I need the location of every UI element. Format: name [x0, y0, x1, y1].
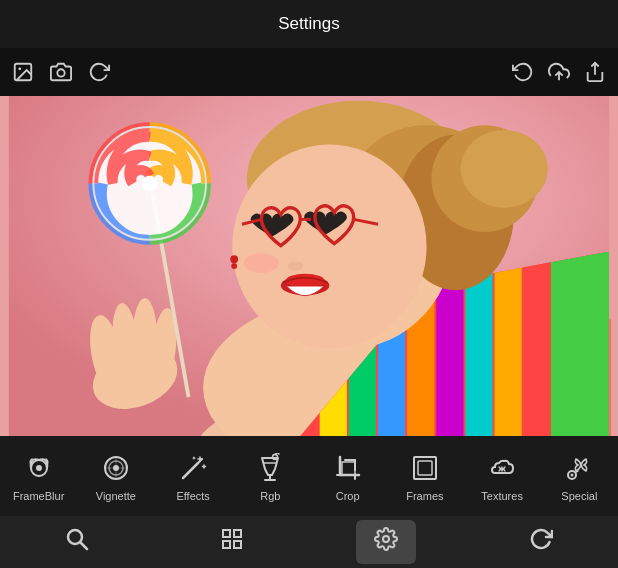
page-title: Settings — [278, 14, 339, 34]
nav-search[interactable] — [47, 520, 107, 564]
settings-icon — [374, 527, 398, 557]
frameblur-label: FrameBlur — [13, 490, 64, 502]
svg-line-92 — [499, 470, 501, 472]
rgb-icon — [252, 450, 288, 486]
toolbar-right — [512, 61, 606, 83]
svg-point-103 — [383, 536, 389, 542]
svg-rect-31 — [524, 242, 551, 436]
svg-rect-99 — [223, 530, 230, 537]
svg-point-39 — [461, 130, 548, 208]
svg-point-1 — [18, 67, 21, 70]
grid-icon — [220, 527, 244, 557]
frames-icon — [407, 450, 443, 486]
textures-icon — [484, 450, 520, 486]
svg-rect-83 — [342, 462, 355, 475]
share-icon[interactable] — [584, 61, 606, 83]
svg-point-95 — [571, 474, 574, 477]
nav-reload[interactable] — [511, 520, 571, 564]
reload-icon — [529, 527, 553, 557]
svg-point-46 — [288, 261, 304, 271]
svg-line-93 — [504, 470, 506, 472]
frames-label: Frames — [406, 490, 443, 502]
svg-rect-100 — [234, 530, 241, 537]
toolbar — [0, 48, 618, 96]
vignette-icon — [98, 450, 134, 486]
vignette-tool[interactable]: Vignette — [86, 450, 146, 502]
crop-icon — [330, 450, 366, 486]
crop-tool[interactable]: Crop — [318, 450, 378, 502]
svg-point-48 — [230, 255, 238, 263]
svg-point-40 — [232, 145, 426, 349]
search-icon — [65, 527, 89, 557]
effects-label: Effects — [176, 490, 209, 502]
crop-label: Crop — [336, 490, 360, 502]
svg-point-45 — [286, 274, 325, 288]
image-area — [0, 96, 618, 436]
rotate-icon[interactable] — [512, 61, 534, 83]
svg-line-90 — [499, 467, 501, 469]
svg-line-66 — [183, 463, 198, 478]
photo-canvas — [0, 96, 618, 436]
svg-point-47 — [244, 253, 279, 272]
effects-tool[interactable]: Effects — [163, 450, 223, 502]
refresh-icon[interactable] — [88, 61, 110, 83]
camera-icon[interactable] — [50, 61, 72, 83]
top-bar: Settings — [0, 0, 618, 48]
svg-line-96 — [576, 471, 578, 472]
svg-point-2 — [57, 69, 64, 76]
svg-point-49 — [231, 263, 237, 269]
svg-point-57 — [142, 176, 158, 192]
textures-tool[interactable]: Textures — [472, 450, 532, 502]
special-tool[interactable]: Special — [549, 450, 609, 502]
svg-line-98 — [81, 543, 88, 550]
nav-grid[interactable] — [202, 520, 262, 564]
frames-tool[interactable]: Frames — [395, 450, 455, 502]
rgb-label: Rgb — [260, 490, 280, 502]
svg-rect-102 — [234, 541, 241, 548]
special-icon — [561, 450, 597, 486]
svg-marker-74 — [262, 458, 278, 475]
special-label: Special — [561, 490, 597, 502]
bottom-nav — [0, 516, 618, 568]
textures-label: Textures — [481, 490, 523, 502]
bottom-tools: FrameBlur Vignette — [0, 436, 618, 516]
svg-rect-101 — [223, 541, 230, 548]
gallery-icon[interactable] — [12, 61, 34, 83]
upload-icon[interactable] — [548, 61, 570, 83]
svg-rect-87 — [418, 461, 432, 475]
effects-icon — [175, 450, 211, 486]
frameblur-icon — [21, 450, 57, 486]
nav-settings[interactable] — [356, 520, 416, 564]
svg-rect-32 — [551, 242, 609, 436]
vignette-label: Vignette — [96, 490, 136, 502]
toolbar-left — [12, 61, 512, 83]
frameblur-tool[interactable]: FrameBlur — [9, 450, 69, 502]
svg-point-60 — [36, 465, 42, 471]
rgb-tool[interactable]: Rgb — [240, 450, 300, 502]
svg-line-91 — [504, 467, 506, 469]
